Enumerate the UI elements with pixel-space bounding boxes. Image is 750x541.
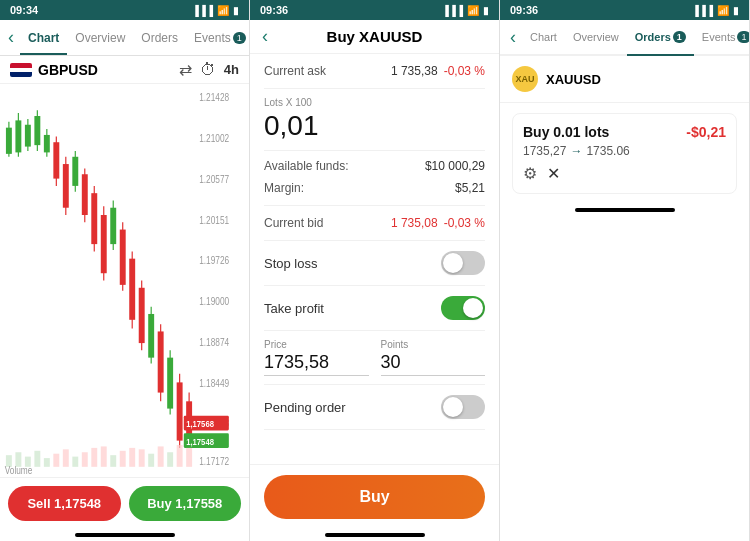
buy-submit-button[interactable]: Buy	[264, 475, 485, 519]
svg-rect-61	[82, 452, 88, 467]
svg-rect-57	[44, 458, 50, 467]
ticker-name: GBPUSD	[10, 62, 98, 78]
svg-rect-59	[63, 449, 69, 466]
chart-area[interactable]: 1.21428 1.21002 1.20577 1.20151 1.19726 …	[0, 84, 249, 477]
svg-rect-68	[148, 454, 154, 467]
price-value[interactable]: 1735,58	[264, 352, 369, 376]
price-points-row: Price 1735,58 Points 30	[264, 331, 485, 385]
order-price-row: 1735,27 → 1735.06	[523, 144, 726, 158]
take-profit-toggle[interactable]	[441, 296, 485, 320]
svg-rect-60	[72, 457, 78, 467]
take-profit-label: Take profit	[264, 301, 324, 316]
p3-tab-chart[interactable]: Chart	[522, 20, 565, 54]
ticker-actions: ⇄ ⏱ 4h	[179, 60, 239, 79]
status-icons-buy: ▐▐▐ 📶 ▮	[442, 5, 489, 16]
order-actions: ⚙ ✕	[523, 164, 726, 183]
order-close-button[interactable]: ✕	[547, 164, 560, 183]
current-bid-row: Current bid 1 735,08 -0,03 %	[264, 206, 485, 241]
wifi-icon-3: 📶	[717, 5, 729, 16]
wifi-icon: 📶	[217, 5, 229, 16]
current-ask-value: 1 735,38	[391, 64, 438, 78]
clock-icon[interactable]: ⏱	[200, 61, 216, 79]
battery-icon: ▮	[233, 5, 239, 16]
signal-icon-2: ▐▐▐	[442, 5, 463, 16]
svg-text:1,17548: 1,17548	[186, 436, 214, 447]
events-badge-3: 1	[737, 31, 750, 43]
svg-text:1.18449: 1.18449	[199, 378, 229, 389]
home-indicator-1	[75, 533, 175, 537]
p3-tab-overview[interactable]: Overview	[565, 20, 627, 54]
svg-rect-63	[101, 446, 107, 466]
status-bar-chart: 09:34 ▐▐▐ 📶 ▮	[0, 0, 249, 20]
wifi-icon-2: 📶	[467, 5, 479, 16]
home-indicator-2	[325, 533, 425, 537]
pending-order-toggle[interactable]	[441, 395, 485, 419]
timeframe-selector[interactable]: 4h	[224, 62, 239, 77]
orders-tab-bar: ‹ Chart Overview Orders 1 Events 1	[500, 20, 749, 56]
order-price-to: 1735.06	[586, 144, 629, 158]
lots-value[interactable]: 0,01	[264, 110, 485, 142]
orders-badge: 1	[673, 31, 686, 43]
stop-loss-toggle[interactable]	[441, 251, 485, 275]
status-time-chart: 09:34	[10, 4, 38, 16]
current-ask-change: -0,03 %	[444, 64, 485, 78]
price-label: Price	[264, 339, 369, 350]
svg-text:1.18874: 1.18874	[199, 337, 229, 348]
xauusd-name: XAUUSD	[546, 72, 601, 87]
buy-back-button[interactable]: ‹	[262, 26, 268, 47]
xauusd-ticker-row: XAU XAUUSD	[500, 56, 749, 103]
margin-row: Margin: $5,21	[264, 177, 485, 199]
take-profit-row: Take profit	[264, 286, 485, 331]
buy-panel-footer: Buy	[250, 464, 499, 529]
flag-icon	[10, 63, 32, 77]
chart-action-buttons: Sell 1,17548 Buy 1,17558	[0, 477, 249, 529]
ticker-row: GBPUSD ⇄ ⏱ 4h	[0, 56, 249, 84]
svg-rect-72	[186, 448, 192, 467]
p3-tab-orders[interactable]: Orders 1	[627, 20, 694, 54]
filter-icon[interactable]: ⇄	[179, 60, 192, 79]
buy-panel-header: ‹ Buy XAUUSD	[250, 20, 499, 54]
orders-panel: 09:36 ▐▐▐ 📶 ▮ ‹ Chart Overview Orders 1 …	[500, 0, 750, 541]
svg-text:1.21428: 1.21428	[199, 93, 229, 104]
chart-back-button[interactable]: ‹	[8, 27, 14, 48]
xauusd-icon: XAU	[512, 66, 538, 92]
svg-rect-66	[129, 448, 135, 467]
current-ask-row: Current ask 1 735,38 -0,03 %	[264, 54, 485, 89]
svg-rect-58	[53, 454, 59, 467]
svg-rect-65	[120, 451, 126, 467]
svg-rect-69	[158, 446, 164, 466]
tab-chart[interactable]: Chart	[20, 20, 67, 55]
stop-loss-thumb	[443, 253, 463, 273]
stop-loss-label: Stop loss	[264, 256, 317, 271]
tab-events[interactable]: Events 1	[186, 20, 250, 55]
order-settings-button[interactable]: ⚙	[523, 164, 537, 183]
order-card-header: Buy 0.01 lots -$0,21	[523, 124, 726, 140]
buy-form: Current ask 1 735,38 -0,03 % Lots X 100 …	[250, 54, 499, 464]
chart-panel: 09:34 ▐▐▐ 📶 ▮ ‹ Chart Overview Orders Ev…	[0, 0, 250, 541]
margin-value: $5,21	[455, 181, 485, 195]
events-badge: 1	[233, 32, 246, 44]
orders-back-button[interactable]: ‹	[504, 27, 522, 48]
take-profit-thumb	[463, 298, 483, 318]
current-bid-label: Current bid	[264, 216, 323, 230]
svg-text:1.20151: 1.20151	[199, 215, 229, 226]
order-pnl: -$0,21	[686, 124, 726, 140]
points-label: Points	[381, 339, 486, 350]
sell-button[interactable]: Sell 1,17548	[8, 486, 121, 521]
tab-orders[interactable]: Orders	[133, 20, 186, 55]
available-funds-value: $10 000,29	[425, 159, 485, 173]
battery-icon-3: ▮	[733, 5, 739, 16]
battery-icon-2: ▮	[483, 5, 489, 16]
points-field[interactable]: Points 30	[381, 339, 486, 376]
available-funds-row: Available funds: $10 000,29	[264, 155, 485, 177]
buy-button-chart[interactable]: Buy 1,17558	[129, 486, 242, 521]
order-price-from: 1735,27	[523, 144, 566, 158]
tab-overview[interactable]: Overview	[67, 20, 133, 55]
svg-text:1.20577: 1.20577	[199, 174, 229, 185]
svg-rect-62	[91, 448, 97, 467]
current-ask-label: Current ask	[264, 64, 326, 78]
svg-rect-67	[139, 449, 145, 466]
points-value[interactable]: 30	[381, 352, 486, 376]
price-field[interactable]: Price 1735,58	[264, 339, 369, 376]
p3-tab-events[interactable]: Events 1	[694, 20, 750, 54]
